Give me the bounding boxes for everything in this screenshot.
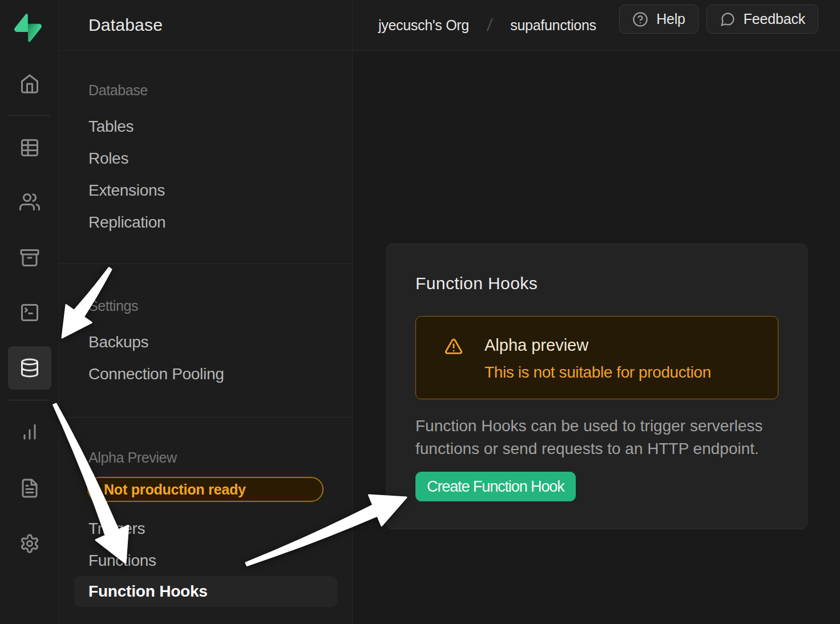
not-production-ready-badge: Not production ready [87, 477, 324, 502]
alert-title: Alpha preview [484, 336, 711, 355]
create-function-hook-button[interactable]: Create Function Hook [415, 472, 576, 501]
alert-body: Alpha preview This is not suitable for p… [484, 336, 711, 382]
breadcrumb: jyecusch's Org / supafunctions [378, 0, 596, 50]
rail-item-settings[interactable] [8, 522, 51, 565]
rail-divider [9, 115, 50, 116]
storage-icon [19, 248, 40, 268]
sidebar-item-roles[interactable]: Roles [59, 143, 352, 175]
card-title: Function Hooks [415, 274, 778, 293]
supabase-logo[interactable] [14, 14, 42, 42]
icon-rail [0, 0, 59, 624]
sidebar-title: Database [88, 15, 163, 35]
sidebar-item-function-hooks[interactable]: Function Hooks [74, 576, 337, 607]
sql-editor-icon [19, 302, 40, 323]
help-button[interactable]: Help [619, 5, 698, 34]
rail-item-home[interactable] [8, 62, 51, 106]
topbar-actions: Help Feedback [619, 5, 818, 34]
top-bar: jyecusch's Org / supafunctions Help Feed… [353, 0, 840, 51]
rail-item-storage[interactable] [8, 236, 51, 279]
rail-item-logs[interactable] [8, 467, 51, 510]
home-icon [19, 74, 40, 94]
alpha-preview-alert: Alpha preview This is not suitable for p… [415, 316, 778, 399]
function-hooks-card: Function Hooks Alpha preview This is not… [386, 244, 807, 529]
rail-item-sql-editor[interactable] [8, 291, 51, 334]
logs-icon [19, 478, 40, 499]
sidebar-header: Database [59, 0, 352, 51]
rail-item-authentication[interactable] [8, 180, 51, 224]
message-circle-icon [720, 11, 736, 27]
breadcrumb-separator: / [486, 15, 494, 35]
alert-message: This is not suitable for production [484, 363, 711, 382]
warning-triangle-icon [444, 337, 463, 356]
sidebar-item-functions[interactable]: Functions [59, 545, 352, 577]
main-content: Function Hooks Alpha preview This is not… [353, 51, 840, 624]
card-description: Function Hooks can be used to trigger se… [415, 415, 769, 460]
database-sidebar: Database Database Tables Roles Extension… [59, 0, 353, 624]
reports-icon [19, 422, 40, 442]
table-editor-icon [19, 137, 40, 158]
sidebar-item-replication[interactable]: Replication [59, 206, 352, 238]
rail-item-database[interactable] [8, 346, 51, 390]
settings-icon [19, 533, 40, 554]
rail-item-table-editor[interactable] [8, 126, 51, 169]
sidebar-item-extensions[interactable]: Extensions [59, 175, 352, 206]
help-circle-icon [632, 11, 648, 27]
sidebar-divider [59, 264, 352, 264]
rail-item-reports[interactable] [8, 410, 51, 453]
auth-users-icon [19, 192, 40, 212]
database-icon [19, 358, 40, 378]
sidebar-item-triggers[interactable]: Triggers [59, 513, 352, 545]
section-heading-alpha-preview: Alpha Preview [59, 441, 352, 473]
feedback-button[interactable]: Feedback [706, 5, 818, 34]
section-heading-database: Database [59, 74, 352, 106]
sidebar-item-connection-pooling[interactable]: Connection Pooling [59, 358, 352, 390]
breadcrumb-project[interactable]: supafunctions [510, 17, 596, 34]
sidebar-item-backups[interactable]: Backups [59, 326, 352, 358]
breadcrumb-org[interactable]: jyecusch's Org [378, 17, 469, 34]
rail-divider [9, 400, 50, 400]
sidebar-item-tables[interactable]: Tables [59, 111, 352, 143]
sidebar-divider [59, 417, 352, 418]
section-heading-settings: Settings [59, 290, 352, 322]
